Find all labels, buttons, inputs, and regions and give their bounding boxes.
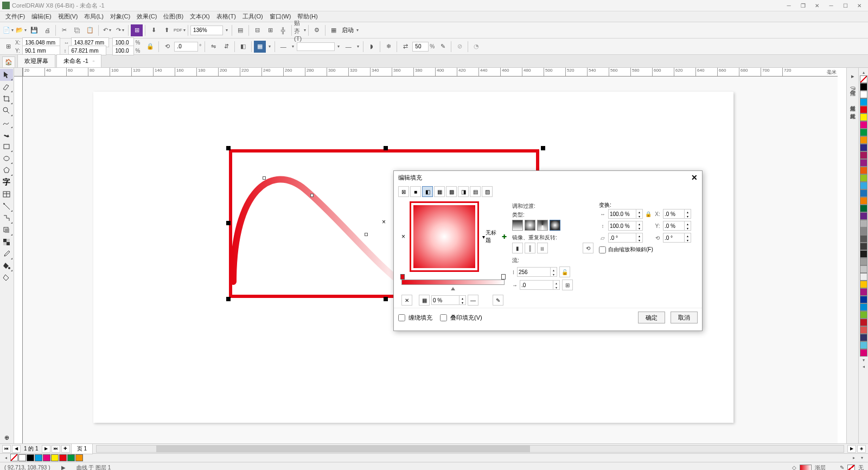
menu-file[interactable]: 文件(F)	[2, 11, 28, 22]
fill-none-tab[interactable]: ⊠	[398, 186, 409, 197]
ruler-origin[interactable]	[14, 68, 23, 77]
text-tool[interactable]: 字	[0, 176, 13, 188]
color-swatch[interactable]	[860, 227, 867, 235]
fill-x-input[interactable]	[663, 211, 684, 217]
menu-effects[interactable]: 效果(C)	[133, 11, 160, 22]
close-preview-icon[interactable]: ×	[401, 233, 405, 240]
docker-obj-styles[interactable]: 对象样式	[848, 106, 858, 112]
node-transparency-icon[interactable]: ✎	[493, 295, 503, 306]
accel-input[interactable]	[520, 282, 553, 288]
color-swatch[interactable]	[860, 265, 867, 273]
page-1-tab[interactable]: 页 1	[71, 443, 93, 454]
color-swatch[interactable]	[860, 288, 867, 296]
merge-mode-button[interactable]: ◧	[237, 41, 249, 53]
doc-color-swatch[interactable]	[43, 454, 50, 461]
open-button[interactable]: 📂	[15, 24, 27, 36]
doc-palette-left[interactable]: ◂	[2, 455, 10, 461]
menu-layout[interactable]: 布局(L)	[81, 11, 106, 22]
save-button[interactable]: 💾	[28, 24, 40, 36]
shape-tool[interactable]	[0, 81, 13, 93]
reverse-fill-button[interactable]: ✕	[401, 295, 412, 306]
color-swatch[interactable]	[860, 98, 867, 106]
color-swatch[interactable]	[860, 311, 867, 319]
steps-input[interactable]	[518, 269, 550, 275]
transparency-type-button[interactable]: ▦	[254, 41, 266, 53]
copy-transparency-button[interactable]: ⇄	[399, 41, 411, 53]
smart-fill-tool[interactable]	[0, 272, 13, 284]
mirror-v-button[interactable]: ⇵	[220, 41, 232, 53]
reverse-button[interactable]: ⟲	[583, 243, 593, 253]
print-button[interactable]: 🖨	[41, 24, 53, 36]
color-swatch[interactable]	[860, 220, 867, 227]
color-swatch[interactable]	[860, 296, 867, 303]
steps-lock-button[interactable]: 🔓	[559, 266, 570, 277]
color-swatch[interactable]	[860, 182, 867, 189]
node-color-picker[interactable]: ▦	[419, 295, 430, 306]
palette-up[interactable]: ▴	[860, 69, 867, 75]
line-style-selector[interactable]	[297, 42, 335, 51]
transparency-dropdown[interactable]: ▾	[267, 44, 272, 49]
close-doc-icon[interactable]: ▫	[93, 58, 95, 64]
fill-indicator[interactable]	[800, 465, 812, 471]
doc-color-swatch[interactable]	[67, 454, 75, 461]
line-start-button[interactable]: —	[277, 41, 289, 53]
menu-view[interactable]: 视图(V)	[55, 11, 81, 22]
nav-toggle-button[interactable]: ◈	[857, 445, 866, 453]
transparency-tool[interactable]	[0, 236, 13, 248]
docker-hints[interactable]: 属性(N)	[848, 83, 858, 97]
outline-indicator[interactable]	[847, 465, 855, 471]
connector-tool[interactable]	[0, 212, 13, 224]
color-swatch[interactable]	[860, 91, 867, 98]
drop-shadow-tool[interactable]	[0, 224, 13, 236]
color-swatch[interactable]	[860, 250, 867, 258]
gradient-node-start[interactable]	[400, 274, 405, 280]
edit-transparency-button[interactable]: ✎	[437, 41, 449, 53]
menu-edit[interactable]: 编辑(E)	[28, 11, 55, 22]
fill-preview[interactable]: ▾	[410, 201, 479, 272]
no-color-swatch[interactable]	[860, 75, 867, 83]
color-swatch[interactable]	[860, 319, 867, 326]
color-swatch[interactable]	[860, 334, 867, 341]
free-scale-checkbox[interactable]	[599, 246, 606, 253]
dimension-tool[interactable]	[0, 200, 13, 212]
mirror-h-button[interactable]: ⇋	[207, 41, 219, 53]
add-page-button[interactable]: ✚	[61, 445, 70, 453]
elliptical-fill-button[interactable]	[525, 220, 535, 231]
scale-y-input[interactable]	[112, 46, 134, 55]
horizontal-ruler[interactable]: 毫米 2040608010012014016018020022024026028…	[23, 68, 838, 77]
color-swatch[interactable]	[860, 205, 867, 212]
table-tool[interactable]	[0, 188, 13, 200]
zoom-level-input[interactable]	[190, 26, 223, 35]
home-tab[interactable]: 🏠	[2, 56, 15, 67]
welcome-tab[interactable]: 欢迎屏幕	[17, 54, 55, 67]
dialog-close-button[interactable]: ✕	[691, 173, 698, 182]
pick-tool[interactable]	[0, 69, 13, 81]
menu-bitmap[interactable]: 位图(B)	[160, 11, 187, 22]
freeze-transparency-button[interactable]: ❄	[382, 41, 394, 53]
rectangle-tool[interactable]	[0, 141, 13, 153]
color-swatch[interactable]	[860, 83, 867, 91]
doc-close-button[interactable]: ✕	[810, 1, 824, 10]
fill-vector-pattern-tab[interactable]: ▦	[434, 186, 445, 197]
lock-ratio-button[interactable]: 🔒	[144, 41, 156, 53]
doc-color-swatch[interactable]	[75, 454, 83, 461]
ok-button[interactable]: 确定	[638, 312, 665, 323]
eyedropper-tool[interactable]	[0, 248, 13, 260]
conical-fill-button[interactable]	[537, 220, 548, 231]
docker-obj-props[interactable]: 对象属性	[848, 98, 858, 105]
cut-button[interactable]: ✂	[58, 24, 70, 36]
doc-minimize-button[interactable]: ─	[782, 1, 795, 10]
crop-tool[interactable]	[0, 93, 13, 105]
fill-texture-tab[interactable]: ▤	[470, 186, 481, 197]
doc-color-swatch[interactable]	[59, 454, 67, 461]
next-page-button[interactable]: ▶	[42, 445, 50, 453]
show-guidelines-button[interactable]: ╬	[277, 24, 289, 36]
publish-pdf-button[interactable]: PDF	[174, 24, 186, 36]
color-swatch[interactable]	[860, 113, 867, 121]
menu-tools[interactable]: 工具(O)	[239, 11, 266, 22]
overprint-checkbox[interactable]	[440, 314, 447, 321]
fill-fountain-tab[interactable]: ◧	[422, 186, 433, 197]
color-swatch[interactable]	[860, 212, 867, 220]
fill-postscript-tab[interactable]: ▨	[482, 186, 493, 197]
color-swatch[interactable]	[860, 151, 867, 159]
